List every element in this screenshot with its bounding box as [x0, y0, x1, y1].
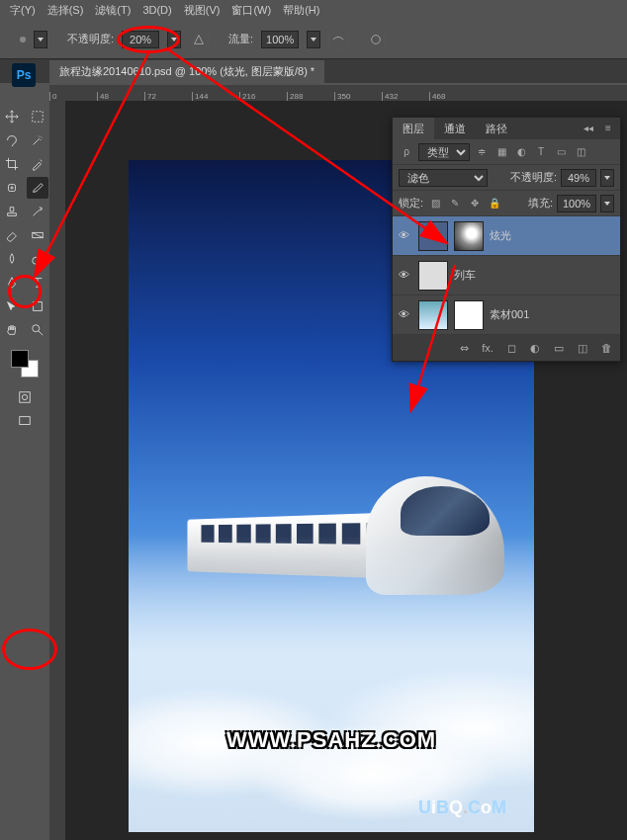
svg-rect-5 — [34, 302, 43, 311]
panel-collapse-icon[interactable]: ◂◂ — [581, 120, 596, 135]
shape-filter-icon[interactable]: ▭ — [553, 144, 569, 160]
layer-thumb[interactable] — [418, 221, 448, 251]
lock-label: 锁定: — [399, 196, 423, 210]
path-select-icon[interactable] — [1, 295, 23, 317]
lock-all-icon[interactable]: 🔒 — [487, 196, 502, 211]
panel-tabs: 图层 通道 路径 ◂◂ ≡ — [393, 118, 620, 139]
lock-transparency-icon[interactable]: ▨ — [427, 196, 443, 211]
layer-item[interactable]: 👁 炫光 — [393, 216, 620, 256]
brush-preset-dropdown[interactable] — [34, 31, 47, 48]
history-brush-icon[interactable] — [27, 201, 48, 222]
filter-kind-icon[interactable]: ρ — [399, 144, 414, 160]
airbrush-icon[interactable] — [328, 30, 348, 49]
watermark-text: WWW.PSAHZ.COM — [226, 727, 436, 753]
lock-position-icon[interactable]: ✥ — [467, 196, 483, 211]
ps-logo-icon: Ps — [12, 63, 36, 87]
eyedropper-tool-icon[interactable] — [27, 153, 48, 175]
mask-thumb[interactable] — [454, 300, 484, 330]
adjustment-layer-icon[interactable]: ◐ — [527, 340, 543, 356]
color-swatches[interactable] — [11, 350, 39, 378]
quickmask-icon[interactable] — [14, 386, 36, 408]
lasso-tool-icon[interactable] — [1, 129, 23, 151]
layer-item[interactable]: 👁 列车 — [393, 256, 620, 295]
flow-input[interactable] — [261, 31, 299, 48]
opacity-input[interactable] — [122, 31, 159, 48]
hand-tool-icon[interactable] — [1, 319, 23, 341]
svg-point-8 — [22, 394, 27, 399]
visibility-icon[interactable]: 👁 — [399, 229, 412, 243]
fill-dropdown[interactable] — [600, 195, 614, 212]
layer-name[interactable]: 素材001 — [490, 307, 529, 322]
layer-item[interactable]: 👁 素材001 — [393, 295, 620, 335]
smart-filter-icon[interactable]: ◫ — [573, 144, 588, 160]
screenmode-icon[interactable] — [14, 410, 36, 432]
flow-dropdown[interactable] — [307, 31, 320, 48]
brush-tool-icon[interactable] — [27, 177, 48, 199]
pixel-filter-icon[interactable]: ▦ — [493, 144, 509, 160]
delete-layer-icon[interactable]: 🗑 — [598, 340, 614, 356]
opacity-dropdown[interactable] — [167, 31, 181, 48]
brush-preset-icon[interactable] — [20, 37, 26, 42]
heal-tool-icon[interactable] — [1, 177, 23, 199]
layer-thumb[interactable] — [418, 300, 448, 330]
visibility-icon[interactable]: 👁 — [399, 269, 412, 283]
menu-window[interactable]: 窗口(W) — [231, 3, 271, 18]
type-tool-icon[interactable] — [27, 272, 48, 294]
fill-label: 填充: — [528, 196, 553, 210]
options-bar: 不透明度: 流量: — [0, 20, 627, 59]
pressure-opacity-icon[interactable] — [189, 30, 209, 49]
tab-paths[interactable]: 路径 — [476, 118, 517, 139]
menu-filter[interactable]: 滤镜(T) — [95, 3, 131, 18]
menu-select[interactable]: 选择(S) — [47, 3, 84, 18]
visibility-icon[interactable]: 👁 — [399, 308, 412, 322]
wand-tool-icon[interactable] — [27, 129, 48, 151]
menu-text[interactable]: 字(Y) — [10, 3, 36, 18]
dodge-tool-icon[interactable] — [27, 248, 48, 270]
ruler-horizontal[interactable]: 0 48 72 144 216 288 350 432 468 — [49, 85, 627, 101]
layers-panel: 图层 通道 路径 ◂◂ ≡ ρ 类型 ≑ ▦ ◐ T ▭ ◫ 滤色 不透明度: … — [392, 117, 621, 362]
svg-rect-9 — [20, 417, 31, 425]
layer-opacity-dropdown[interactable] — [600, 169, 614, 187]
mask-thumb[interactable] — [454, 221, 484, 251]
opacity-label: 不透明度: — [67, 32, 114, 46]
foreground-swatch[interactable] — [11, 350, 29, 368]
menu-3d[interactable]: 3D(D) — [142, 4, 171, 16]
fill-input[interactable] — [557, 195, 596, 212]
new-layer-icon[interactable]: ◫ — [575, 340, 590, 356]
zoom-tool-icon[interactable] — [27, 319, 48, 341]
layer-fx-icon[interactable]: fx. — [480, 340, 495, 356]
move-tool-icon[interactable] — [1, 106, 23, 127]
layer-opacity-input[interactable] — [561, 169, 596, 187]
svg-rect-1 — [33, 112, 44, 123]
document-tab[interactable]: 旅程边缘20140610.psd @ 100% (炫光, 图层蒙版/8) * — [49, 60, 324, 83]
svg-rect-7 — [20, 392, 31, 403]
layer-thumb[interactable] — [418, 261, 448, 291]
tab-channels[interactable]: 通道 — [434, 118, 476, 139]
menu-help[interactable]: 帮助(H) — [283, 3, 319, 18]
blend-mode-select[interactable]: 滤色 — [399, 169, 488, 187]
layer-name[interactable]: 列车 — [454, 268, 476, 283]
adjust-filter-icon[interactable]: ◐ — [513, 144, 529, 160]
eraser-tool-icon[interactable] — [1, 224, 23, 246]
ruler-vertical[interactable] — [49, 101, 65, 840]
svg-point-6 — [33, 325, 40, 332]
panel-menu-icon[interactable]: ≡ — [600, 120, 616, 135]
pen-tool-icon[interactable] — [1, 272, 23, 294]
blur-tool-icon[interactable] — [1, 248, 23, 270]
lock-paint-icon[interactable]: ✎ — [447, 196, 463, 211]
add-mask-icon[interactable]: ◻ — [503, 340, 519, 356]
pressure-size-icon[interactable] — [366, 30, 386, 49]
menu-view[interactable]: 视图(V) — [184, 3, 221, 18]
crop-tool-icon[interactable] — [1, 153, 23, 175]
new-group-icon[interactable]: ▭ — [551, 340, 567, 356]
shape-tool-icon[interactable] — [27, 295, 48, 317]
tab-layers[interactable]: 图层 — [393, 118, 434, 139]
filter-kind-select[interactable]: 类型 — [418, 143, 470, 161]
filter-dropdown-icon[interactable]: ≑ — [474, 144, 490, 160]
type-filter-icon[interactable]: T — [533, 144, 549, 160]
marquee-tool-icon[interactable] — [27, 106, 48, 127]
stamp-tool-icon[interactable] — [1, 201, 23, 222]
layer-name[interactable]: 炫光 — [490, 228, 511, 243]
gradient-tool-icon[interactable] — [27, 224, 48, 246]
link-layers-icon[interactable]: ⇔ — [456, 340, 472, 356]
